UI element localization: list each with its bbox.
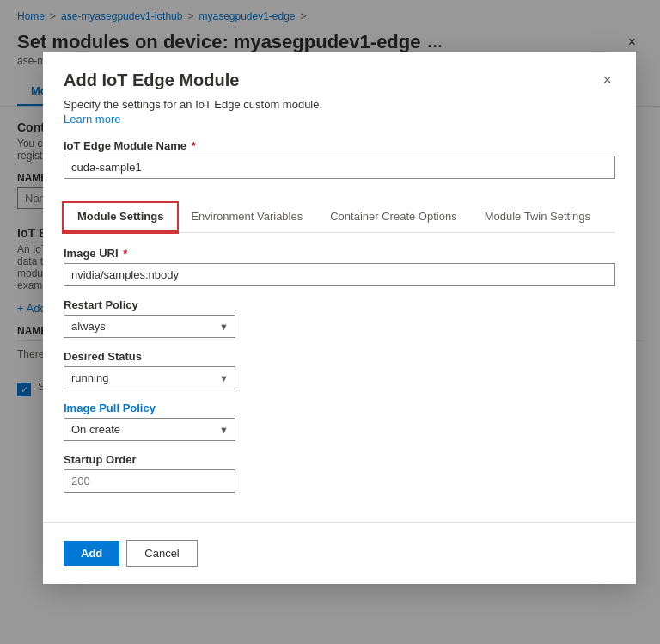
- modal-close-button[interactable]: ×: [599, 69, 615, 91]
- module-name-label: IoT Edge Module Name *: [64, 139, 615, 152]
- image-pull-policy-select[interactable]: On create Never: [64, 418, 235, 441]
- restart-policy-select-wrapper: always on-failure on-unhealthy never ▼: [64, 315, 235, 338]
- image-uri-label: Image URI *: [64, 247, 615, 260]
- startup-order-input[interactable]: [64, 469, 235, 493]
- module-name-input[interactable]: [64, 156, 615, 179]
- add-iot-edge-module-modal: Add IoT Edge Module × Specify the settin…: [43, 52, 636, 584]
- modal-body: IoT Edge Module Name *: [43, 126, 636, 203]
- image-pull-policy-field: Image Pull Policy On create Never ▼: [64, 402, 615, 441]
- modal-tabs: Module Settings Environment Variables Co…: [64, 203, 615, 233]
- tab-module-settings[interactable]: Module Settings: [64, 203, 177, 232]
- modal-learn-more: Learn more: [43, 111, 636, 126]
- restart-policy-select[interactable]: always on-failure on-unhealthy never: [64, 315, 235, 338]
- tab-environment-variables[interactable]: Environment Variables: [177, 203, 316, 232]
- modal-title: Add IoT Edge Module: [64, 71, 599, 90]
- desired-status-select-wrapper: running stopped ▼: [64, 366, 235, 389]
- cancel-button[interactable]: Cancel: [126, 540, 197, 567]
- modal-description: Specify the settings for an IoT Edge cus…: [43, 91, 636, 111]
- learn-more-link[interactable]: Learn more: [64, 113, 120, 126]
- image-uri-field: Image URI *: [64, 247, 615, 286]
- restart-policy-label: Restart Policy: [64, 298, 615, 311]
- tab-module-twin-settings[interactable]: Module Twin Settings: [471, 203, 604, 232]
- desired-status-label: Desired Status: [64, 350, 615, 363]
- tab-container-create-options[interactable]: Container Create Options: [316, 203, 470, 232]
- image-uri-required: *: [120, 247, 128, 260]
- restart-policy-field: Restart Policy always on-failure on-unhe…: [64, 298, 615, 338]
- image-uri-input[interactable]: [64, 263, 615, 286]
- modal-header: Add IoT Edge Module ×: [43, 52, 636, 91]
- desired-status-field: Desired Status running stopped ▼: [64, 350, 615, 389]
- module-name-field: IoT Edge Module Name *: [64, 139, 615, 191]
- image-pull-policy-select-wrapper: On create Never ▼: [64, 418, 235, 441]
- modal-tab-content: Image URI * Restart Policy always on-fai…: [43, 233, 636, 505]
- startup-order-field: Startup Order: [64, 453, 615, 493]
- required-indicator: *: [188, 139, 196, 152]
- startup-order-label: Startup Order: [64, 453, 615, 466]
- image-pull-policy-label: Image Pull Policy: [64, 402, 615, 414]
- add-button[interactable]: Add: [64, 541, 119, 566]
- desired-status-select[interactable]: running stopped: [64, 366, 235, 389]
- modal-footer: Add Cancel: [43, 522, 636, 584]
